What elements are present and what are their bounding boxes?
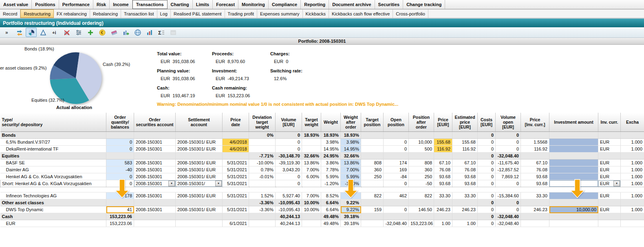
column-header-qty[interactable]: Order quantity/ balances	[106, 113, 134, 132]
column-header-tw[interactable]: Target weight	[302, 113, 321, 132]
column-header-tp[interactable]: Target position	[361, 113, 384, 132]
menu-tab-transactions[interactable]: Transactions	[132, 0, 168, 9]
toolbar-delta-button[interactable]	[37, 28, 49, 37]
menu-tab-positions[interactable]: Positions	[32, 0, 59, 9]
subtab-realised-p-l-statement[interactable]: Realised P&L statement	[171, 9, 225, 18]
cell-invamt[interactable]	[549, 160, 598, 166]
cell-priceinv: 33.30	[521, 192, 549, 199]
toolbar-expand-button[interactable]: »	[2, 28, 13, 37]
subtab-trading-profit[interactable]: Trading profit	[225, 9, 257, 18]
column-header-price[interactable]: Price [EUR]	[434, 113, 452, 132]
menu-tab-limits[interactable]: Limits	[193, 0, 213, 9]
cell-qty[interactable]: 0	[106, 139, 134, 146]
pie-label-other-asset-classes: er asset classes (9.2%)	[0, 66, 46, 70]
subtab-record[interactable]: Record	[0, 9, 20, 18]
column-header-w[interactable]: Weight	[321, 113, 341, 132]
add-position-icon: +i	[51, 29, 59, 36]
adjust-levels-icon	[75, 29, 82, 36]
cell-invcurr[interactable]: EUR▾	[598, 180, 621, 187]
dropdown-arrow-icon[interactable]: ▾	[215, 181, 222, 186]
cell-invamt[interactable]	[549, 213, 598, 220]
column-header-sa[interactable]: Settlement account	[176, 113, 223, 132]
menu-tab-asset-value[interactable]: Asset value	[0, 0, 32, 9]
toolbar-allocation-pie-button[interactable]	[26, 28, 37, 37]
cell-op: 0	[384, 180, 409, 187]
toolbar-window-button[interactable]	[168, 28, 179, 37]
column-header-pao[interactable]: Position after order	[409, 113, 434, 132]
cell-invamt[interactable]	[549, 132, 598, 139]
cell-invamt[interactable]	[549, 139, 598, 146]
cell-qty[interactable]: 583	[106, 160, 134, 166]
menu-tab-securities[interactable]: Securities	[375, 0, 404, 9]
column-header-invamt[interactable]: Investment amount	[549, 113, 598, 132]
toolbar-eraser-button[interactable]	[108, 28, 119, 37]
column-header-osa[interactable]: Order securities account	[134, 113, 176, 132]
menu-tab-change-tracking[interactable]: Change tracking	[403, 0, 445, 9]
subtab-transaction-list[interactable]: Transaction list	[121, 9, 157, 18]
column-header-vol[interactable]: Volume [EUR]	[276, 113, 302, 132]
subtab-rebalancing[interactable]: Rebalancing	[90, 9, 121, 18]
toolbar-add-position-button[interactable]: +i	[49, 28, 60, 37]
subtab-kickbacks-cash-flow-effective[interactable]: Kickbacks cash flow effective	[329, 9, 393, 18]
dropdown-arrow-icon[interactable]: ▾	[613, 181, 620, 186]
cell-volopen: 0	[496, 206, 521, 213]
subtab-restructuring[interactable]: Restructuring	[20, 9, 53, 18]
cell-tp: 250	[361, 173, 384, 180]
toolbar-add-button[interactable]	[85, 28, 96, 37]
column-header-costs[interactable]: Costs [EUR]	[478, 113, 496, 132]
cell-qty[interactable]: 41	[106, 206, 134, 213]
column-header-type[interactable]: Type/ security/ depository	[0, 113, 106, 132]
toolbar-euro-button[interactable]: €	[97, 28, 108, 37]
subtab-kickbacks[interactable]: Kickbacks	[303, 9, 329, 18]
menu-tab-performance[interactable]: Performance	[59, 0, 93, 9]
globe-icon	[134, 29, 141, 36]
column-header-op[interactable]: Open position	[384, 113, 409, 132]
cell-invamt[interactable]	[549, 153, 598, 160]
menu-tab-monitoring[interactable]: Monitoring	[238, 0, 269, 9]
toolbar-hide-chart-button[interactable]	[61, 28, 72, 37]
toolbar-chart-stats-button[interactable]	[144, 28, 155, 37]
cell-invamt[interactable]	[549, 199, 598, 206]
cell-invamt[interactable]	[549, 220, 598, 227]
toolbar-chart-add-button[interactable]	[120, 28, 131, 37]
cell-osa[interactable]: 2008-150301▾	[134, 180, 176, 187]
cell-invamt[interactable]: 10,000.00	[549, 206, 598, 213]
column-header-invcurr[interactable]: Inv. curr.	[598, 113, 621, 132]
toolbar-globe-button[interactable]	[132, 28, 143, 37]
subtab-expenses-summary[interactable]: Expenses summary	[257, 9, 303, 18]
column-header-volopen[interactable]: Volume open [EUR]	[496, 113, 521, 132]
toolbar-transfer-button[interactable]	[14, 28, 25, 37]
cell-invamt[interactable]	[549, 166, 598, 173]
column-header-dev[interactable]: Deviation target weight	[249, 113, 276, 132]
menu-tab-document-archive[interactable]: Document archive	[329, 0, 375, 9]
menu-tab-charting[interactable]: Charting	[168, 0, 193, 9]
column-header-priceinv[interactable]: Price [Inv. curr.]	[521, 113, 549, 132]
toolbar-adjust-levels-button[interactable]	[73, 28, 84, 37]
cell-tp: 159	[361, 206, 384, 213]
cell-pdate: 4/6/2018	[223, 139, 249, 146]
cell-invcurr: EUR	[598, 166, 621, 173]
cell-qty[interactable]: -40	[106, 166, 134, 173]
cell-vol: 0	[276, 173, 302, 180]
cell-w: -1.20%	[321, 180, 341, 187]
cell-sa[interactable]: 2008-150301/▾	[176, 180, 223, 187]
subtab-cross-portfolio[interactable]: Cross-portfolio	[393, 9, 428, 18]
column-header-est[interactable]: Estimated price [EUR]	[452, 113, 478, 132]
cell-qty[interactable]: 153,223.06	[106, 220, 134, 227]
column-header-wao[interactable]: Weight after order	[341, 113, 361, 132]
column-header-exch[interactable]: Excha	[621, 113, 644, 132]
subtab-log[interactable]: Log	[157, 9, 171, 18]
menu-tab-reporting[interactable]: Reporting	[301, 0, 329, 9]
cell-w: 7.78%	[321, 166, 341, 173]
menu-tab-forecast[interactable]: Forecast	[213, 0, 238, 9]
menu-tab-income[interactable]: Income	[110, 0, 132, 9]
cell-dev: -0.01%	[249, 173, 276, 180]
column-header-pdate[interactable]: Price date	[223, 113, 249, 132]
dropdown-arrow-icon[interactable]: ▾	[168, 181, 175, 186]
menu-tab-compliance[interactable]: Compliance	[269, 0, 301, 9]
cell-invamt[interactable]	[549, 146, 598, 153]
menu-tab-risk[interactable]: Risk	[93, 0, 110, 9]
subtab-fx-rebalancing[interactable]: FX rebalancing	[54, 9, 90, 18]
toolbar-sum-list-button[interactable]: Σ	[156, 28, 167, 37]
cell-qty[interactable]: 0	[106, 146, 134, 153]
